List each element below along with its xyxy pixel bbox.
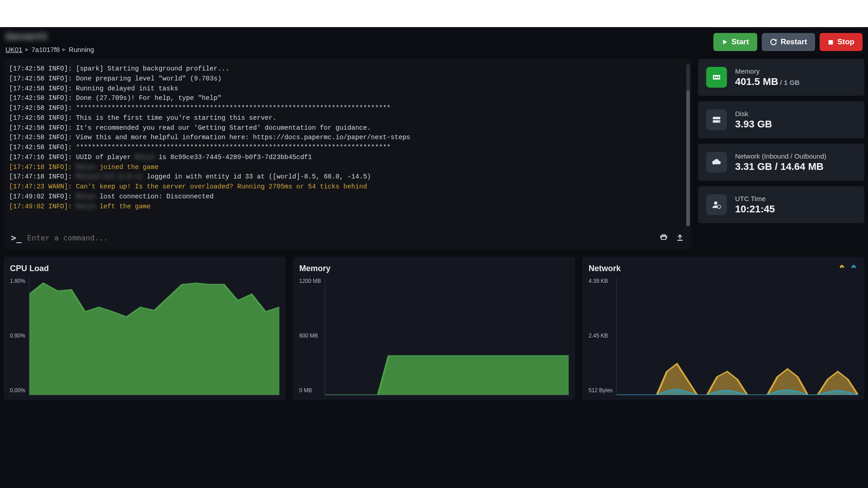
stat-memory-value: 401.5 MB [735,76,778,87]
disk-icon [706,109,727,130]
y-tick: 0.00% [10,387,25,394]
console-line: [17:42:58 INFO]: [spark] Starting backgr… [9,64,686,74]
console-line: [17:42:58 INFO]: Done preparing level "w… [9,74,686,84]
svg-point-9 [714,202,717,205]
console-line: [17:42:58 INFO]: It's recommended you re… [9,123,686,133]
stop-button-label: Stop [837,38,854,47]
y-axis: 1200 MB600 MB0 MB [299,278,325,395]
svg-point-8 [719,121,720,122]
console-line: [17:49:02 INFO]: Mxtyn lost connection: … [9,192,686,202]
start-button-label: Start [731,38,749,47]
command-input[interactable] [27,234,654,242]
print-icon[interactable] [659,233,668,242]
console-line: [17:42:58 INFO]: Done (27.709s)! For hel… [9,94,686,103]
y-tick: 0 MB [299,387,321,394]
y-tick: 2.45 KB [589,333,613,339]
svg-rect-0 [829,40,833,44]
network-legend [838,264,858,270]
console-line: [17:47:23 WARN]: Can't keep up! Is the s… [9,182,686,192]
y-axis: 1.80%0.90%0.00% [10,278,29,395]
console-line: [17:47:18 INFO]: Mxtyn[/127.0.0.1] logge… [9,172,686,182]
y-tick: 1.80% [10,278,25,284]
console-output[interactable]: [17:42:58 INFO]: [spark] Starting backgr… [8,61,687,228]
chart-title: Memory [299,264,569,273]
y-tick: 0.90% [10,333,25,339]
console-line: [17:42:58 INFO]: ***********************… [9,103,686,113]
stat-disk-value: 3.93 GB [735,118,772,130]
start-button[interactable]: Start [713,33,757,51]
cloud-up-icon [850,264,858,270]
stop-button[interactable]: Stop [820,33,863,51]
chart-title: Network [589,264,858,273]
console-line: [17:42:58 INFO]: This is the first time … [9,113,686,123]
play-icon [722,39,728,45]
console-line: [17:49:02 INFO]: Mxtyn left the game [9,202,686,212]
y-tick: 512 Bytes [589,387,613,394]
svg-rect-1 [661,237,666,240]
chevron-right-icon: ▸ [62,45,66,53]
plot-area [29,278,279,395]
breadcrumb-id: 7a1017f8 [32,46,60,53]
user-clock-icon [706,194,727,215]
stat-utc: UTC Time 10:21:45 [698,186,864,223]
console-line: [17:42:58 INFO]: ***********************… [9,143,686,153]
chart-title: CPU Load [10,264,279,273]
prompt-icon: >_ [11,232,22,243]
svg-rect-3 [714,76,715,78]
plot-area [325,278,569,395]
breadcrumb-node[interactable]: UK01 [5,46,23,53]
svg-rect-4 [716,76,717,78]
console-line: [17:42:58 INFO]: View this and more help… [9,133,686,143]
console-panel: [17:42:58 INFO]: [spark] Starting backgr… [4,59,692,249]
stop-icon [828,39,834,45]
upload-icon[interactable] [675,233,684,242]
refresh-icon [770,38,777,46]
memory-chip-icon [706,67,727,88]
chart-network: Network4.39 KB2.45 KB512 Bytes [582,257,864,400]
console-line: [17:42:58 INFO]: Running delayed init ta… [9,84,686,94]
stat-utc-value: 10:21:45 [735,203,775,215]
restart-button[interactable]: Restart [762,33,816,51]
stat-disk-label: Disk [735,110,772,117]
stat-memory: Memory 401.5 MB / 1 GB [698,59,864,96]
stat-network: Network (Inbound / Outbound) 3.31 GB / 1… [698,144,864,181]
chart-memory: Memory1200 MB600 MB0 MB [293,257,575,400]
stat-disk: Disk 3.93 GB [698,101,864,138]
console-line: [17:47:18 INFO]: Mxtyn joined the game [9,163,686,173]
svg-point-10 [717,205,721,208]
chevron-right-icon: ▸ [25,45,29,53]
breadcrumb-status: Running [69,46,94,53]
stat-network-value: 3.31 GB / 14.64 MB [735,161,826,173]
server-name: Server#1 [5,31,94,42]
plot-area [616,278,858,395]
stat-network-label: Network (Inbound / Outbound) [735,152,826,160]
cloud-down-icon [838,264,846,270]
restart-button-label: Restart [781,38,807,47]
svg-rect-5 [718,76,719,78]
breadcrumb: UK01 ▸ 7a1017f8 ▸ Running [5,45,94,53]
y-tick: 600 MB [299,333,321,339]
chart-cpu-load: CPU Load1.80%0.90%0.00% [4,257,286,400]
stat-memory-label: Memory [735,67,800,75]
stat-utc-label: UTC Time [735,195,775,202]
y-tick: 4.39 KB [589,278,613,284]
cloud-icon [706,152,727,173]
stat-memory-sub: / 1 GB [778,79,800,86]
console-line: [17:47:16 INFO]: UUID of player Mxtyn is… [9,153,686,163]
y-tick: 1200 MB [299,278,321,284]
scrollbar-thumb[interactable] [686,90,690,226]
y-axis: 4.39 KB2.45 KB512 Bytes [589,278,616,395]
svg-rect-6 [713,117,721,120]
